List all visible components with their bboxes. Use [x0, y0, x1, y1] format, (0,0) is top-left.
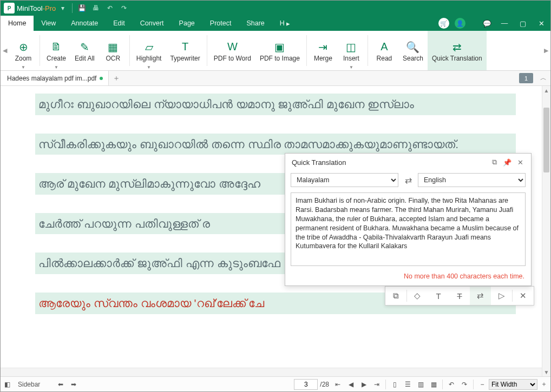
- dropdown-icon[interactable]: ▾: [56, 1, 70, 15]
- zoom-icon: ⊕: [19, 39, 28, 55]
- highlight-icon: ▱: [145, 39, 153, 55]
- menu-annotate[interactable]: Annotate: [63, 16, 106, 31]
- tool-zoom[interactable]: ⊕Zoom▼: [9, 31, 37, 70]
- vertical-scrollbar[interactable]: ▲ ▼: [542, 86, 550, 376]
- edit-icon: ✎: [80, 39, 89, 55]
- typewriter-icon: T: [182, 39, 188, 55]
- cart-icon[interactable]: 🛒: [436, 16, 452, 31]
- prev-page-button[interactable]: ⬅: [54, 377, 67, 391]
- ribbon-scroll-right[interactable]: ▶: [542, 31, 550, 70]
- menu-bar: Home View Annotate Edit Convert Page Pro…: [1, 16, 550, 31]
- strikethrough-icon[interactable]: T: [449, 287, 470, 305]
- zoom-out-icon[interactable]: −: [476, 377, 489, 391]
- quick-access-toolbar: P MiniTool-Pro ▾ 💾 🖶 ↶ ↷: [1, 1, 550, 16]
- sidebar-label[interactable]: Sidebar: [14, 377, 44, 391]
- merge-icon: ⇥: [318, 39, 327, 55]
- modified-dot-icon: [100, 77, 103, 80]
- panel-title: Quick Translation: [292, 158, 346, 167]
- menu-view[interactable]: View: [34, 16, 63, 31]
- bookmark-icon[interactable]: ▷: [491, 287, 512, 305]
- scroll-thumb[interactable]: [543, 108, 549, 172]
- underline-icon[interactable]: T: [428, 287, 449, 305]
- menu-convert[interactable]: Convert: [133, 16, 172, 31]
- horizontal-scrollbar[interactable]: [1, 368, 542, 376]
- minimize-button[interactable]: —: [495, 16, 514, 31]
- close-toolbar-icon[interactable]: ✕: [513, 287, 534, 305]
- undo-icon[interactable]: ↶: [103, 1, 117, 15]
- zoom-level-select[interactable]: Fit Width: [489, 379, 537, 390]
- image-icon: ▣: [274, 39, 285, 55]
- status-bar: ◧ Sidebar ⬅ ➡ /28 ⇤ ◀ ▶ ⇥ ▯ ☰ ▥ ▦ ↶ ↷ − …: [1, 376, 550, 391]
- rotate-right-icon[interactable]: ↷: [458, 377, 471, 391]
- tool-search[interactable]: 🔍Search: [398, 31, 428, 70]
- zoom-in-icon[interactable]: ＋: [537, 377, 550, 391]
- tool-edit-all[interactable]: ✎Edit All: [70, 31, 99, 70]
- scroll-down-icon[interactable]: ▼: [542, 368, 550, 376]
- close-panel-icon[interactable]: ✕: [514, 158, 527, 167]
- sidebar-toggle-icon[interactable]: ◧: [1, 377, 14, 391]
- menu-share[interactable]: Share: [239, 16, 272, 31]
- translation-output[interactable]: Imam Bukhari is of non-Arabic origin. Fi…: [291, 192, 526, 266]
- target-language-select[interactable]: English: [418, 173, 526, 187]
- tool-create[interactable]: 🗎Create▼: [42, 31, 70, 70]
- page-number-input[interactable]: [294, 379, 318, 390]
- continuous-view-icon[interactable]: ☰: [401, 377, 414, 391]
- selection-toolbar: ⧉ ◇ T T ⇄ ▷ ✕: [385, 286, 534, 305]
- feedback-icon[interactable]: 💬: [479, 16, 495, 31]
- swap-languages-icon[interactable]: ⇄: [402, 175, 415, 185]
- tool-pdf-to-image[interactable]: ▣PDF to Image: [255, 31, 304, 70]
- add-tab-button[interactable]: ＋: [109, 71, 124, 85]
- tool-ocr[interactable]: ▦OCR: [99, 31, 127, 70]
- tab-label: Hadees malayalam pdf im...pdf: [7, 75, 96, 82]
- tool-merge[interactable]: ⇥Merge: [309, 31, 337, 70]
- tool-typewriter[interactable]: TTypewriter: [166, 31, 204, 70]
- scroll-up-icon[interactable]: ▲: [542, 86, 550, 95]
- thumbnail-view-icon[interactable]: ▦: [427, 377, 440, 391]
- app-title: MiniTool-Pro: [17, 4, 56, 12]
- copy-icon[interactable]: ⧉: [488, 158, 501, 167]
- print-icon[interactable]: 🖶: [89, 1, 103, 15]
- account-icon[interactable]: 👤: [452, 16, 468, 31]
- collapse-ribbon-icon[interactable]: ︿: [536, 71, 550, 85]
- insert-icon: ◫: [346, 39, 356, 55]
- page-down-icon[interactable]: ▶: [357, 377, 370, 391]
- tool-highlight[interactable]: ▱Highlight▼: [132, 31, 166, 70]
- ribbon-toolbar: ◀ ⊕Zoom▼ 🗎Create▼ ✎Edit All ▦OCR ▱Highli…: [1, 31, 550, 71]
- copy-selection-icon[interactable]: ⧉: [385, 287, 406, 305]
- close-button[interactable]: ✕: [532, 16, 550, 31]
- source-language-select[interactable]: Malayalam: [291, 173, 398, 187]
- save-icon[interactable]: 💾: [75, 1, 89, 15]
- next-page-button[interactable]: ➡: [67, 377, 80, 391]
- menu-edit[interactable]: Edit: [106, 16, 133, 31]
- last-page-icon[interactable]: ⇥: [370, 377, 383, 391]
- translation-limit-note: No more than 400 characters each time.: [285, 270, 531, 285]
- menu-home[interactable]: Home: [1, 16, 34, 31]
- pin-icon[interactable]: 📌: [501, 158, 514, 167]
- facing-view-icon[interactable]: ▥: [414, 377, 427, 391]
- menu-page[interactable]: Page: [172, 16, 202, 31]
- create-icon: 🗎: [51, 39, 62, 55]
- page-total: /28: [318, 381, 331, 388]
- page-index-badge: 1: [519, 73, 533, 83]
- single-page-view-icon[interactable]: ▯: [388, 377, 401, 391]
- rotate-left-icon[interactable]: ↶: [445, 377, 458, 391]
- translate-selection-icon[interactable]: ⇄: [470, 287, 491, 305]
- selected-text-line[interactable]: മുഗീറഃ ബുഖാറയിലെ ന്യായാധിപൻ യമാനു ജുഅ്ഫി…: [35, 94, 516, 115]
- ocr-icon: ▦: [108, 39, 118, 55]
- page-up-icon[interactable]: ◀: [344, 377, 357, 391]
- redo-icon[interactable]: ↷: [117, 1, 131, 15]
- maximize-button[interactable]: ▢: [514, 16, 532, 31]
- highlight-selection-icon[interactable]: ◇: [407, 287, 428, 305]
- app-logo: P: [4, 3, 15, 14]
- tool-insert[interactable]: ◫Insert▼: [337, 31, 365, 70]
- menu-protect[interactable]: Protect: [202, 16, 239, 31]
- tool-quick-translation[interactable]: ⇄Quick Translation: [428, 31, 487, 70]
- selected-text-line[interactable]: സ്വീകരിക്കുകയും ബുഖാറയിൽ തന്നെ സ്ഥിര താമ…: [35, 134, 516, 155]
- quick-translation-panel: Quick Translation ⧉ 📌 ✕ Malayalam ⇄ Engl…: [285, 153, 532, 286]
- document-tab[interactable]: Hadees malayalam pdf im...pdf: [1, 71, 109, 85]
- menu-help[interactable]: H ▸: [272, 16, 298, 31]
- ribbon-scroll-left[interactable]: ◀: [1, 31, 9, 70]
- tool-read[interactable]: ARead: [370, 31, 398, 70]
- first-page-icon[interactable]: ⇤: [331, 377, 344, 391]
- tool-pdf-to-word[interactable]: WPDF to Word: [209, 31, 255, 70]
